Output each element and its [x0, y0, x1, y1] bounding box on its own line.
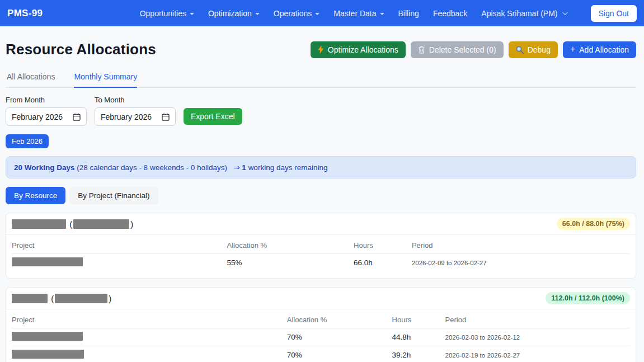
top-navbar: PMS-99 Opportunities Optimization Operat…: [0, 0, 644, 26]
allocation-table: Project Allocation % Hours Period 70% 44…: [12, 311, 630, 362]
working-days-count: 20 Working Days: [14, 163, 75, 172]
magnifier-icon: [516, 46, 524, 54]
days-remaining-text: working days remaining: [248, 163, 328, 172]
nav-menu: Opportunities Optimization Operations Ma…: [140, 5, 637, 22]
arrow-glyph: ⇒: [233, 163, 239, 172]
hours-cell: 66.0h: [354, 254, 412, 272]
working-days-detail: (28 calendar days - 8 weekends - 0 holid…: [77, 163, 227, 172]
calendar-icon: [162, 113, 170, 121]
trash-icon: [418, 46, 425, 54]
days-remaining-count: 1: [242, 163, 246, 172]
to-month-label: To Month: [95, 96, 176, 104]
user-name: Apisak Srihamat (PM): [481, 9, 557, 18]
by-project-button[interactable]: By Project (Financial): [69, 187, 158, 204]
hours-summary-badge: 66.0h / 88.0h (75%): [557, 218, 630, 230]
allocation-cell: 55%: [227, 254, 354, 272]
hours-summary-badge: 112.0h / 112.0h (100%): [546, 292, 630, 304]
col-header-allocation: Allocation %: [287, 311, 392, 328]
debug-button[interactable]: Debug: [509, 41, 558, 58]
table-row: 55% 66.0h 2026-02-09 to 2026-02-27: [12, 254, 630, 272]
resource-card-body: Project Allocation % Hours Period 55% 66…: [6, 235, 636, 278]
chevron-down-icon: [562, 10, 567, 15]
plus-icon: +: [570, 45, 575, 54]
lightning-bolt-icon: [318, 45, 324, 54]
hours-cell: 44.8h: [392, 328, 445, 346]
project-name-redaction-bar: [12, 257, 83, 266]
period-cell: 2026-02-09 to 2026-02-27: [412, 254, 630, 272]
optimize-allocations-button[interactable]: Optimize Allocations: [311, 41, 406, 58]
col-header-period: Period: [445, 311, 630, 328]
nav-item-master-data[interactable]: Master Data: [333, 9, 384, 18]
col-header-hours: Hours: [392, 311, 445, 328]
from-month-label: From Month: [6, 96, 87, 104]
resource-card: ( ) 66.0h / 88.0h (75%) Project Allocati…: [6, 213, 636, 279]
page-title: Resource Allocations: [6, 41, 156, 58]
resource-name-redacted: ( ): [12, 219, 133, 229]
allocation-cell: 70%: [287, 346, 392, 362]
resource-card: ( ) 112.0h / 112.0h (100%) Project Alloc…: [6, 287, 636, 362]
export-excel-button[interactable]: Export Excel: [184, 108, 242, 125]
brand[interactable]: PMS-99: [7, 8, 43, 19]
sign-out-button[interactable]: Sign Out: [591, 5, 637, 22]
resource-card-header: ( ) 112.0h / 112.0h (100%): [6, 288, 636, 309]
calendar-icon: [73, 113, 81, 121]
caret-down-icon: [380, 13, 384, 15]
period-cell: 2026-02-19 to 2026-02-27: [445, 346, 630, 362]
by-resource-button[interactable]: By Resource: [6, 187, 65, 204]
table-row: 70% 39.2h 2026-02-19 to 2026-02-27: [12, 346, 630, 362]
tab-bar: All Allocations Monthly Summary: [6, 72, 636, 88]
tab-all-allocations[interactable]: All Allocations: [7, 72, 55, 87]
header-actions: Optimize Allocations Delete Selected (0)…: [311, 41, 636, 58]
working-days-banner: 20 Working Days (28 calendar days - 8 we…: [6, 156, 636, 178]
redaction-bar: [12, 219, 66, 229]
col-header-allocation: Allocation %: [227, 236, 354, 254]
nav-item-optimization[interactable]: Optimization: [208, 9, 260, 18]
col-header-project: Project: [12, 311, 287, 328]
nav-item-opportunities[interactable]: Opportunities: [140, 9, 194, 18]
project-name-redaction-bar: [12, 332, 83, 341]
hours-cell: 39.2h: [392, 346, 445, 362]
add-allocation-button[interactable]: + Add Allocation: [563, 41, 636, 58]
table-row: 70% 44.8h 2026-02-03 to 2026-02-12: [12, 328, 630, 346]
nav-item-feedback[interactable]: Feedback: [433, 9, 467, 18]
resource-name-redacted: ( ): [12, 294, 111, 303]
col-header-period: Period: [412, 236, 630, 254]
caret-down-icon: [255, 13, 260, 15]
redaction-bar: [12, 294, 48, 303]
period-cell: 2026-02-03 to 2026-02-12: [445, 328, 630, 346]
month-filters: From Month February 2026 To Month Februa…: [6, 96, 636, 126]
caret-down-icon: [315, 13, 319, 15]
resource-card-body: Project Allocation % Hours Period 70% 44…: [6, 309, 636, 362]
redaction-bar: [55, 294, 107, 303]
page-header: Resource Allocations Optimize Allocation…: [6, 41, 636, 58]
nav-item-billing[interactable]: Billing: [398, 9, 419, 18]
month-badge: Feb 2026: [6, 134, 49, 148]
allocation-cell: 70%: [287, 328, 392, 346]
redaction-bar: [73, 219, 129, 229]
allocation-table: Project Allocation % Hours Period 55% 66…: [12, 236, 630, 271]
to-month-input[interactable]: February 2026: [95, 107, 176, 126]
delete-selected-button[interactable]: Delete Selected (0): [411, 41, 504, 58]
tab-monthly-summary[interactable]: Monthly Summary: [74, 72, 137, 88]
caret-down-icon: [190, 13, 194, 15]
col-header-hours: Hours: [354, 236, 412, 254]
from-month-input[interactable]: February 2026: [6, 107, 87, 126]
nav-item-operations[interactable]: Operations: [274, 9, 319, 18]
resource-card-header: ( ) 66.0h / 88.0h (75%): [6, 213, 636, 235]
user-menu[interactable]: Apisak Srihamat (PM): [481, 9, 566, 18]
col-header-project: Project: [12, 236, 227, 254]
view-toggle: By Resource By Project (Financial): [6, 187, 636, 204]
project-name-redaction-bar: [12, 350, 84, 359]
